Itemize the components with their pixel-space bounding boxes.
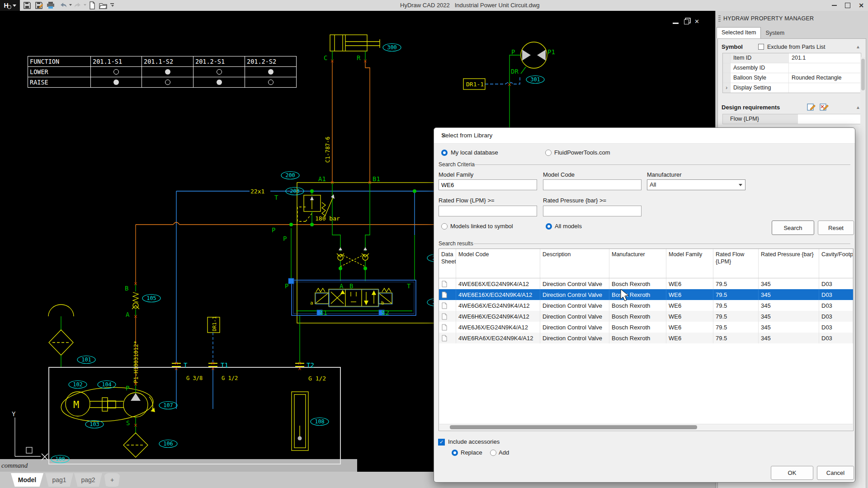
table-cell[interactable]: Direction Control Valve (540, 322, 609, 333)
results-column-header[interactable]: Rated Pressure {bar} (759, 249, 819, 278)
save-icon[interactable] (23, 1, 32, 10)
reset-button[interactable]: Reset (818, 221, 854, 235)
table-cell[interactable]: Bosch Rexroth (609, 289, 666, 300)
table-cell[interactable]: Bosch Rexroth (609, 333, 666, 343)
table-row[interactable]: 4WE6J6X/EG24N9K4/A12Direction Control Va… (439, 322, 853, 333)
pilot-check-valves[interactable] (337, 247, 369, 267)
results-table[interactable]: Data SheetModel CodeDescriptionManufactu… (439, 249, 854, 431)
table-cell[interactable]: D03 (819, 322, 853, 333)
table-row[interactable]: 4WE6H6X/EG24N9K4/A12Direction Control Va… (439, 311, 853, 322)
table-row[interactable]: 4WE6RA6X/EG24N9K4/A12Direction Control V… (439, 333, 853, 343)
radio-all-models[interactable] (546, 223, 552, 230)
undo-dropdown-icon[interactable] (69, 4, 72, 6)
balloon-106[interactable]: 106 (159, 440, 177, 448)
radio-models-linked[interactable] (441, 223, 448, 230)
panel-scrollbar[interactable] (860, 57, 865, 488)
dialog-close-icon[interactable]: ✕ (441, 132, 849, 139)
datasheet-icon[interactable] (441, 335, 448, 342)
results-horizontal-scrollbar[interactable] (439, 424, 853, 430)
datasheet-icon[interactable] (441, 313, 448, 320)
clear-requirements-icon[interactable] (820, 103, 829, 111)
table-row[interactable]: 4WE6G6X/EG24N9K4/A12Direction Control Va… (439, 300, 853, 311)
table-cell[interactable]: 79.5 (713, 289, 759, 300)
results-column-header[interactable]: Model Code (456, 249, 540, 278)
table-row[interactable]: 4WE6E16X/EG24N9K4/A12Direction Control V… (439, 289, 853, 300)
expand-chevron-icon[interactable]: › (723, 83, 731, 93)
table-cell[interactable]: Direction Control Valve (540, 289, 609, 300)
table-cell[interactable]: D03 (819, 300, 853, 311)
dr-tag-top[interactable]: DR1-1 (463, 79, 485, 89)
table-cell[interactable]: Bosch Rexroth (609, 311, 666, 322)
balloon-105[interactable]: 105 (142, 295, 160, 302)
table-cell[interactable]: 345 (759, 278, 819, 289)
model-family-input[interactable] (439, 179, 537, 190)
balloon-300[interactable]: 300 (383, 44, 401, 52)
undo-icon[interactable] (59, 1, 68, 10)
close-button[interactable]: ✕ (854, 0, 868, 11)
panel-header[interactable]: HYDRAW PROPERTY MANAGER (716, 13, 868, 24)
balloon-107[interactable]: 107 (159, 402, 177, 409)
balloon-104[interactable]: 104 (98, 381, 116, 389)
table-cell[interactable]: 4WE6J6X/EG24N9K4/A12 (456, 322, 540, 333)
results-column-header[interactable]: Data Sheet (439, 249, 456, 278)
table-cell[interactable]: 4WE6G6X/EG24N9K4/A12 (456, 300, 540, 311)
table-cell[interactable]: 79.5 (713, 333, 759, 343)
property-row[interactable]: ›Display Setting (723, 83, 861, 93)
cylinder-symbol[interactable] (330, 35, 380, 51)
table-cell[interactable]: 345 (759, 333, 819, 343)
balloon-103[interactable]: 103 (85, 421, 104, 428)
level-gauge-symbol[interactable] (292, 392, 308, 450)
table-cell[interactable]: WE6 (666, 322, 713, 333)
table-cell[interactable]: 345 (759, 300, 819, 311)
table-cell[interactable]: 345 (759, 311, 819, 322)
results-column-header[interactable]: Model Family (666, 249, 713, 278)
design-flow-row[interactable]: Flow {LPM} (722, 114, 861, 124)
table-cell[interactable]: 345 (759, 289, 819, 300)
search-button[interactable]: Search (772, 221, 814, 235)
open-file-icon[interactable] (99, 1, 108, 10)
datasheet-icon[interactable] (441, 291, 448, 298)
table-cell[interactable]: D03 (819, 278, 853, 289)
tab-selected-item[interactable]: Selected Item (717, 27, 761, 38)
table-cell[interactable]: Bosch Rexroth (609, 278, 666, 289)
property-row[interactable]: Assembly ID (723, 63, 861, 73)
balloon-108[interactable]: 108 (311, 418, 329, 426)
rated-flow-input[interactable] (439, 206, 537, 216)
print-icon[interactable] (46, 1, 55, 10)
exclude-checkbox[interactable] (758, 44, 764, 50)
balloon-301[interactable]: 301 (526, 76, 544, 84)
reservoir-outline[interactable] (49, 367, 340, 464)
doc-minimize-icon[interactable] (673, 23, 679, 24)
table-cell[interactable]: 4WE6RA6X/EG24N9K4/A12 (456, 333, 540, 343)
table-cell[interactable]: D03 (819, 311, 853, 322)
balloon-100[interactable]: 100 (51, 455, 69, 463)
radio-add[interactable] (490, 450, 496, 456)
table-row[interactable]: 4WE6E6X/EG24N9K4/A12Direction Control Va… (439, 278, 853, 289)
tab-pag2[interactable]: pag2 (74, 473, 102, 487)
save-as-icon[interactable] (34, 1, 43, 10)
property-row[interactable]: Balloon StyleRounded Rectangle (723, 73, 861, 83)
table-cell[interactable]: WE6 (666, 289, 713, 300)
suction-strainer-symbol[interactable] (123, 433, 148, 457)
table-cell[interactable]: Direction Control Valve (540, 300, 609, 311)
results-column-header[interactable]: Cavity/Footp (819, 249, 853, 278)
breather-symbol[interactable] (48, 305, 74, 316)
ok-button[interactable]: OK (771, 466, 813, 480)
results-column-header[interactable]: Manufacturer (609, 249, 666, 278)
table-cell[interactable]: 79.5 (713, 311, 759, 322)
balloon-102[interactable]: 102 (69, 381, 87, 389)
table-cell[interactable]: 79.5 (713, 278, 759, 289)
table-cell[interactable]: Direction Control Valve (540, 278, 609, 289)
scrollbar-thumb[interactable] (450, 425, 697, 429)
minimize-button[interactable] (827, 0, 841, 11)
doc-close-icon[interactable]: ✕ (694, 18, 699, 25)
panel-grip-icon[interactable] (718, 15, 721, 22)
balloon-200[interactable]: 200 (281, 172, 299, 179)
table-cell[interactable]: 4WE6E6X/EG24N9K4/A12 (456, 278, 540, 289)
table-cell[interactable]: Direction Control Valve (540, 333, 609, 343)
table-cell[interactable]: WE6 (666, 311, 713, 322)
tab-system[interactable]: System (761, 27, 789, 38)
toolbar-overflow-icon[interactable] (111, 5, 114, 7)
table-cell[interactable]: 4WE6H6X/EG24N9K4/A12 (456, 311, 540, 322)
results-column-header[interactable]: Description (540, 249, 609, 278)
